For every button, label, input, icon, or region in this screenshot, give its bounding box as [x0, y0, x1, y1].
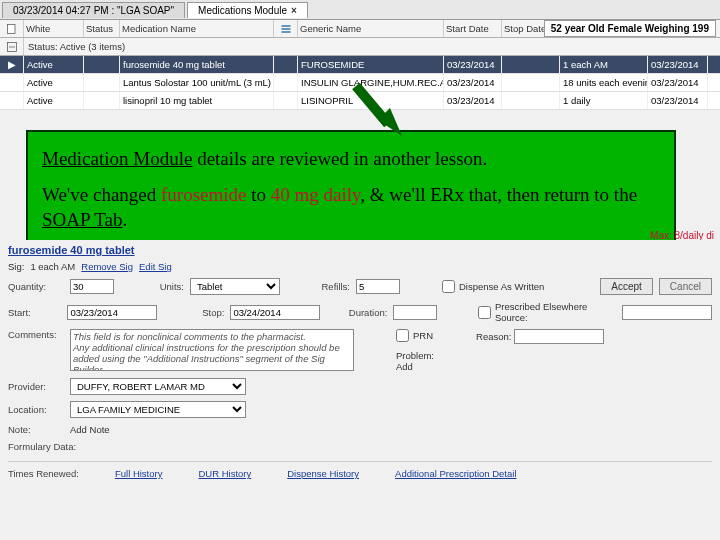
refills-input[interactable]: [356, 279, 400, 294]
annotation-text: .: [123, 209, 128, 230]
reason-input[interactable]: [514, 329, 604, 344]
status-filter-label[interactable]: Status: Active (3 items): [24, 41, 129, 52]
patient-summary: 52 year Old Female Weighing 199: [544, 20, 716, 37]
annotation-underline: Medication Module: [42, 148, 192, 169]
add-problem-link[interactable]: Add: [396, 361, 413, 372]
history-link-row: Times Renewed: Full History DUR History …: [8, 461, 712, 485]
elsewhere-checkbox[interactable]: [478, 306, 491, 319]
arrow-right-icon: ▶: [0, 56, 24, 73]
cell-sig: 1 each AM: [560, 56, 648, 73]
daw-label: Dispense As Written: [459, 281, 544, 292]
rx-name: furosemide 40 mg tablet: [8, 242, 712, 258]
cell-orig: 03/23/2014: [648, 92, 708, 109]
grid-pref-icon[interactable]: [274, 20, 298, 37]
start-input[interactable]: [67, 305, 157, 320]
annotation-text: to: [247, 184, 271, 205]
cell-status: Active: [24, 92, 84, 109]
annotation-red: 40 mg daily: [271, 184, 361, 205]
cell-start: 03/23/2014: [444, 92, 502, 109]
dispense-history-link[interactable]: Dispense History: [287, 468, 359, 479]
svg-rect-2: [281, 28, 290, 30]
times-renewed: Times Renewed:: [8, 468, 79, 479]
status-toolbar: Status: Active (3 items): [0, 38, 720, 56]
med-row[interactable]: ▶ Active furosemide 40 mg tablet FUROSEM…: [0, 56, 720, 74]
reason-label: Reason:: [476, 331, 511, 342]
cell-medname: furosemide 40 mg tablet: [120, 56, 274, 73]
full-history-link[interactable]: Full History: [115, 468, 163, 479]
prn-checkbox[interactable]: [396, 329, 409, 342]
duration-input[interactable]: [393, 305, 437, 320]
addl-rx-detail-link[interactable]: Additional Prescription Detail: [395, 468, 516, 479]
provider-select[interactable]: DUFFY, ROBERT LAMAR MD: [70, 378, 246, 395]
cell-orig: 03/23/2014: [648, 74, 708, 91]
training-annotation: Medication Module details are reviewed i…: [26, 130, 676, 249]
new-icon[interactable]: [0, 20, 24, 37]
refills-label: Refills:: [286, 281, 350, 292]
col-generic[interactable]: Generic Name: [298, 20, 444, 37]
cell-sig: 1 daily: [560, 92, 648, 109]
close-icon[interactable]: ×: [291, 5, 297, 16]
cell-medname: lisinopril 10 mg tablet: [120, 92, 274, 109]
stop-label: Stop:: [163, 307, 224, 318]
sig-label: Sig:: [8, 261, 24, 272]
tab-bar: 03/23/2014 04:27 PM : "LGA SOAP" Medicat…: [0, 0, 720, 20]
cell-sig: 18 units each evening: [560, 74, 648, 91]
annotation-text: , & we'll ERx that, then return to the: [360, 184, 637, 205]
col-white[interactable]: White: [24, 20, 84, 37]
stop-input[interactable]: [230, 305, 320, 320]
svg-rect-1: [281, 25, 290, 27]
start-label: Start:: [8, 307, 61, 318]
cancel-button[interactable]: Cancel: [659, 278, 712, 295]
cell-start: 03/23/2014: [444, 74, 502, 91]
quantity-input[interactable]: [70, 279, 114, 294]
svg-rect-0: [7, 24, 15, 33]
comments-textarea[interactable]: This field is for nonclinical comments t…: [70, 329, 354, 371]
daw-checkbox[interactable]: [442, 280, 455, 293]
edit-sig-link[interactable]: Edit Sig: [139, 261, 172, 272]
add-note-link[interactable]: Add Note: [70, 424, 110, 435]
col-status[interactable]: Status: [84, 20, 120, 37]
annotation-underline: SOAP Tab: [42, 209, 123, 230]
cell-medname: Lantus Solostar 100 unit/mL (3 mL) Sub…: [120, 74, 274, 91]
tab-medications[interactable]: Medications Module ×: [187, 2, 308, 18]
problem-label: Problem:: [396, 350, 434, 361]
remove-sig-link[interactable]: Remove Sig: [81, 261, 133, 272]
sig-value: 1 each AM: [30, 261, 75, 272]
annotation-red: furosemide: [161, 184, 246, 205]
col-medname[interactable]: Medication Name: [120, 20, 274, 37]
provider-label: Provider:: [8, 381, 64, 392]
note-label: Note:: [8, 424, 64, 435]
collapse-icon[interactable]: [0, 38, 24, 55]
cell-generic: FUROSEMIDE: [298, 56, 444, 73]
cell-status: Active: [24, 74, 84, 91]
tab-soap[interactable]: 03/23/2014 04:27 PM : "LGA SOAP": [2, 2, 185, 18]
prn-label: PRN: [413, 330, 433, 341]
rx-detail-panel: furosemide 40 mg tablet Sig: 1 each AM R…: [0, 240, 720, 493]
duration-label: Duration:: [326, 307, 387, 318]
annotation-text: details are reviewed in another lesson.: [192, 148, 487, 169]
units-select[interactable]: Tablet: [190, 278, 280, 295]
location-select[interactable]: LGA FAMILY MEDICINE: [70, 401, 246, 418]
cell-orig: 03/23/2014: [648, 56, 708, 73]
annotation-text: We've changed: [42, 184, 161, 205]
arrow-icon: [348, 80, 408, 140]
comments-label: Comments:: [8, 329, 64, 340]
tab-soap-label: 03/23/2014 04:27 PM : "LGA SOAP": [13, 5, 174, 16]
accept-button[interactable]: Accept: [600, 278, 653, 295]
elsewhere-label: Prescribed Elsewhere Source:: [495, 301, 616, 323]
cell-start: 03/23/2014: [444, 56, 502, 73]
quantity-label: Quantity:: [8, 281, 64, 292]
tab-medications-label: Medications Module: [198, 5, 287, 16]
svg-rect-3: [281, 31, 290, 33]
location-label: Location:: [8, 404, 64, 415]
units-label: Units:: [120, 281, 184, 292]
source-input[interactable]: [622, 305, 712, 320]
cell-status: Active: [24, 56, 84, 73]
dur-history-link[interactable]: DUR History: [198, 468, 251, 479]
formulary-label: Formulary Data:: [8, 441, 98, 452]
col-startdate[interactable]: Start Date: [444, 20, 502, 37]
